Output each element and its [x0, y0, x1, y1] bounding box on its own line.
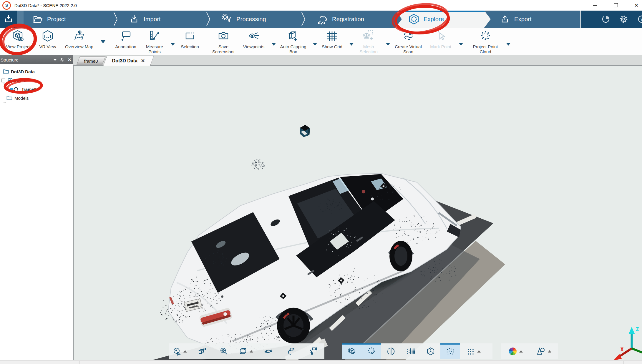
vr-view-icon: [41, 29, 54, 43]
sync-pie-icon[interactable]: [601, 15, 610, 24]
standard-views-dropdown[interactable]: [250, 350, 253, 353]
auto-clipping-box-dropdown[interactable]: [313, 43, 317, 46]
vr-view-button[interactable]: VR View: [37, 29, 58, 49]
tab-separator-chevron: [206, 12, 210, 26]
color-mode-button[interactable]: [501, 343, 530, 359]
export-icon: [500, 14, 510, 24]
panel-close-icon[interactable]: ✕: [68, 57, 71, 62]
measure-points-dropdown[interactable]: [170, 43, 175, 46]
panel-menu-caret-icon[interactable]: [53, 59, 57, 61]
point-grid-button[interactable]: [460, 343, 487, 359]
overview-map-button[interactable]: Overview Map: [63, 29, 95, 49]
minimize-button[interactable]: [591, 1, 599, 9]
structure-panel-title: Structure: [0, 57, 19, 62]
standard-views-button[interactable]: [235, 343, 257, 359]
auto-clipping-box-button[interactable]: Auto Clipping Box: [279, 29, 307, 54]
axes-cube-toggle[interactable]: [421, 343, 440, 359]
tree-collapse-toggle[interactable]: [1, 79, 5, 82]
annotation-icon: [119, 29, 132, 43]
project-point-cloud-dropdown[interactable]: [506, 43, 511, 46]
viewpoints-button[interactable]: Viewpoints: [241, 29, 266, 54]
selection-icon: [183, 29, 197, 43]
overview-map-dropdown[interactable]: [101, 40, 105, 43]
create-virtual-scan-button[interactable]: Create Virtual Scan: [393, 29, 423, 54]
document-tab-dot3d-data[interactable]: Dot3D Data ✕: [103, 56, 154, 66]
ribbon-tab-export[interactable]: Export: [491, 11, 581, 28]
color-mode-dropdown[interactable]: [519, 350, 523, 353]
tree-item-scans[interactable]: Scans: [0, 76, 73, 85]
tab-close-icon[interactable]: ✕: [141, 58, 145, 64]
viewpoints-dropdown[interactable]: [271, 43, 276, 46]
view-project-button[interactable]: View Project: [4, 29, 32, 49]
close-button[interactable]: ✕: [633, 1, 640, 9]
tree-item-label: Models: [14, 96, 29, 101]
spin-view-button[interactable]: [257, 343, 279, 359]
toolbar-separator: [108, 30, 108, 51]
mesh-selection-button[interactable]: Mesh Selection: [357, 29, 380, 54]
sparse-points-icon: [446, 347, 455, 356]
annotation-button[interactable]: Annotation: [112, 29, 139, 54]
ribbon-tab-label: Processing: [236, 16, 266, 23]
show-scans-toggle[interactable]: [342, 343, 361, 359]
save-screenshot-button[interactable]: Save Screenshot: [210, 29, 237, 54]
settings-gear-icon[interactable]: [619, 14, 628, 24]
scanner-model: [300, 125, 310, 137]
tree-item-label: Dot3D Data: [11, 69, 35, 74]
toolbar-separator: [206, 30, 206, 51]
sparse-points-toggle[interactable]: [440, 343, 460, 359]
tree-item-models[interactable]: Models: [0, 94, 73, 102]
zoom-tool-button[interactable]: [213, 343, 235, 359]
ribbon-tab-import[interactable]: Import: [120, 11, 213, 28]
quick-import-button[interactable]: [0, 11, 17, 28]
folder-icon: [6, 95, 12, 101]
orbit-tool-icon: [172, 347, 181, 356]
ribbon-right-section: ?: [580, 11, 642, 28]
project-point-cloud-button[interactable]: Project Point Cloud: [470, 29, 501, 54]
viewport-3d[interactable]: Z X Y: [73, 65, 642, 360]
projection-mode-button[interactable]: [530, 343, 558, 359]
axis-gizmo[interactable]: Z X Y: [611, 326, 642, 360]
toolbar-button-label: Auto Clipping Box: [279, 44, 307, 54]
point-cloud-scene[interactable]: [74, 66, 642, 360]
help-icon[interactable]: ?: [637, 15, 642, 24]
ribbon-tab-processing[interactable]: Processing: [213, 11, 308, 28]
tree-item-root[interactable]: Dot3D Data: [0, 67, 73, 76]
split-compare-icon: [387, 347, 396, 356]
viewport-nav-toolbar: [169, 343, 324, 359]
document-tab-bar: frame0 Dot3D Data ✕: [73, 55, 642, 66]
tree-item-frame0[interactable]: frame0: [0, 85, 73, 94]
measure-points-button[interactable]: Measure Points: [144, 29, 165, 54]
ribbon-tab-project[interactable]: Project: [24, 11, 120, 28]
show-grid-dropdown[interactable]: [349, 43, 354, 46]
show-point-cloud-toggle[interactable]: [361, 343, 381, 359]
ribbon-tab-explore[interactable]: Explore: [395, 11, 491, 28]
orbit-tool-button[interactable]: [169, 343, 191, 359]
mark-point-icon: [434, 29, 447, 43]
view-project-icon: [11, 29, 25, 43]
pick-view-button[interactable]: [301, 343, 323, 359]
maximize-button[interactable]: [612, 1, 620, 9]
mark-point-button[interactable]: Mark Point: [428, 29, 453, 54]
orbit-tool-dropdown[interactable]: [183, 350, 187, 353]
projection-mode-dropdown[interactable]: [548, 350, 551, 353]
point-grid-dropdown[interactable]: [477, 350, 481, 353]
previous-view-button[interactable]: [279, 343, 301, 359]
show-grid-button[interactable]: Show Grid: [320, 29, 344, 54]
pin-icon[interactable]: [60, 58, 64, 62]
pick-view-icon: [308, 347, 317, 356]
toolbar-button-label: Measure Points: [144, 44, 165, 54]
explore-icon: [408, 14, 419, 25]
title-bar: S Dot3D Data* - SCENE 2022.2.0 ✕: [0, 0, 642, 11]
mesh-selection-dropdown[interactable]: [386, 43, 390, 46]
zoom-tool-icon: [220, 347, 228, 356]
ribbon-tab-registration[interactable]: Registration: [308, 11, 395, 28]
point-density-toggle[interactable]: [401, 343, 421, 359]
cube-camera-button[interactable]: [191, 343, 213, 359]
standard-views-icon: [239, 347, 248, 356]
document-tab-frame0[interactable]: frame0: [76, 56, 106, 65]
tree-item-label: frame0: [22, 87, 37, 92]
selection-button[interactable]: Selection: [178, 29, 202, 54]
structure-panel-header[interactable]: Structure ✕: [0, 55, 73, 64]
mark-point-dropdown[interactable]: [459, 43, 463, 46]
split-compare-toggle[interactable]: [381, 343, 401, 359]
